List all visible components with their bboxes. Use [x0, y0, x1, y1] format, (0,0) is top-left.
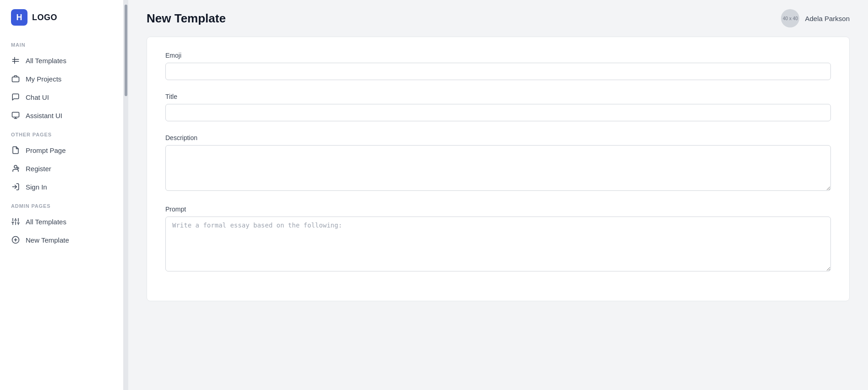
logo-icon: H: [11, 9, 27, 26]
form-container: Emoji Title Description Prompt: [128, 37, 868, 390]
description-label: Description: [165, 134, 831, 141]
sidebar-scroll: MAIN All Templates My Projects: [0, 35, 123, 390]
form-card: Emoji Title Description Prompt: [147, 37, 850, 301]
sidebar-item-all-templates[interactable]: All Templates: [0, 51, 123, 70]
chat-icon: [11, 92, 20, 102]
monitor-icon: [11, 111, 20, 120]
sidebar-item-label: My Projects: [26, 75, 61, 83]
prompt-field: Prompt: [165, 206, 831, 273]
sidebar-item-chat-ui[interactable]: Chat UI: [0, 88, 123, 106]
prompt-textarea[interactable]: [165, 217, 831, 271]
admin-section-label: ADMIN PAGES: [0, 196, 123, 212]
main-content: New Template 40 x 40 Adela Parkson Emoji…: [128, 0, 868, 390]
sidebar-item-label: All Templates: [26, 218, 66, 226]
sidebar-item-label: Chat UI: [26, 93, 49, 101]
briefcase-icon: [11, 74, 20, 83]
emoji-field: Emoji: [165, 52, 831, 80]
emoji-label: Emoji: [165, 52, 831, 59]
sidebar-item-label: Sign In: [26, 183, 47, 191]
title-input[interactable]: [165, 104, 831, 121]
description-textarea[interactable]: [165, 145, 831, 191]
sidebar-item-label: Assistant UI: [26, 112, 62, 119]
sidebar-item-sign-in[interactable]: Sign In: [0, 178, 123, 196]
user-area: 40 x 40 Adela Parkson: [781, 9, 850, 27]
title-label: Title: [165, 93, 831, 100]
plus-circle-icon: [11, 235, 20, 244]
prompt-label: Prompt: [165, 206, 831, 213]
sidebar: H LOGO MAIN All Templates: [0, 0, 124, 390]
list-icon: [11, 56, 20, 65]
main-section-label: MAIN: [0, 35, 123, 51]
logo-area[interactable]: H LOGO: [0, 0, 123, 35]
sidebar-item-label: Register: [26, 165, 51, 173]
svg-point-7: [14, 165, 17, 168]
header: New Template 40 x 40 Adela Parkson: [128, 0, 868, 37]
sidebar-item-label: New Template: [26, 236, 69, 244]
sidebar-item-register[interactable]: Register: [0, 159, 123, 178]
svg-rect-3: [12, 77, 19, 82]
user-plus-icon: [11, 164, 20, 173]
avatar: 40 x 40: [781, 9, 799, 27]
description-field: Description: [165, 134, 831, 193]
sidebar-item-assistant-ui[interactable]: Assistant UI: [0, 106, 123, 125]
page-title: New Template: [147, 11, 226, 26]
scrollbar-thumb[interactable]: [125, 5, 127, 96]
sidebar-item-prompt-page[interactable]: Prompt Page: [0, 141, 123, 159]
file-icon: [11, 146, 20, 155]
sign-in-icon: [11, 182, 20, 191]
user-name: Adela Parkson: [805, 15, 850, 22]
logo-text: LOGO: [32, 13, 57, 22]
svg-rect-4: [12, 112, 19, 117]
other-section-label: OTHER PAGES: [0, 125, 123, 141]
emoji-input[interactable]: [165, 63, 831, 80]
sidebar-item-label: All Templates: [26, 57, 66, 65]
sliders-icon: [11, 217, 20, 226]
sidebar-item-my-projects[interactable]: My Projects: [0, 70, 123, 88]
sidebar-item-admin-new-template[interactable]: New Template: [0, 231, 123, 249]
title-field: Title: [165, 93, 831, 121]
sidebar-item-admin-all-templates[interactable]: All Templates: [0, 212, 123, 231]
sidebar-item-label: Prompt Page: [26, 146, 66, 154]
sidebar-scrollbar[interactable]: [124, 0, 128, 390]
avatar-label: 40 x 40: [783, 16, 798, 21]
